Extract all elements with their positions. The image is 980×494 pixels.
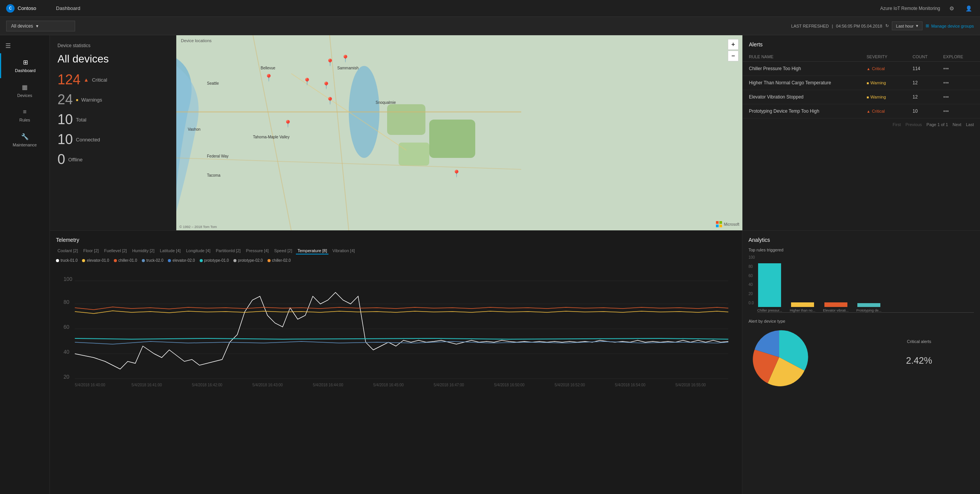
dashboard-icon: ⊞ (23, 59, 28, 66)
map-section-title: Device locations (181, 38, 212, 43)
manage-icon: ⊞ (926, 23, 929, 28)
explore-3[interactable]: ••• (943, 94, 974, 100)
zoom-in-button[interactable]: + (728, 39, 739, 50)
analytics-title: Analytics (749, 237, 974, 243)
device-filter-dropdown[interactable]: All devices ▾ (6, 21, 75, 31)
device-stats-title: Device statistics (57, 43, 168, 48)
tab-temperature[interactable]: Temperature [8] (296, 248, 328, 254)
top-bar-right: Azure IoT Remote Monitoring ⚙ 👤 (880, 3, 974, 14)
app-name: Contoso (18, 5, 36, 11)
previous-page-button[interactable]: Previous (906, 122, 922, 127)
tab-humidity[interactable]: Humidity [2] (131, 248, 156, 254)
sidebar-item-rules[interactable]: ≡ Rules (0, 103, 49, 128)
bar-higher (791, 302, 814, 307)
map-label-bellevue: Bellevue (261, 66, 275, 70)
svg-text:5/4/2018 16:52:00: 5/4/2018 16:52:00 (555, 383, 585, 387)
map-label-sammamish: Sammamish (337, 66, 359, 70)
legend-chiller02: chiller-02.0 (268, 258, 291, 263)
sidebar-item-maintenance[interactable]: 🔧 Maintenance (0, 128, 49, 153)
tab-vibration[interactable]: Vibration [4] (331, 248, 356, 254)
tab-pressure[interactable]: Pressure [4] (245, 248, 270, 254)
bar-label-3: Elevator vibrati... (823, 309, 849, 312)
analytics-panel: Analytics Top rules triggered 0.0 20 40 … (742, 231, 980, 494)
all-devices-label: All devices (57, 53, 168, 65)
logo-icon: C (6, 4, 15, 13)
sidebar-item-dashboard[interactable]: ⊞ Dashboard (0, 53, 49, 78)
pie-section: Alert by device type (749, 319, 858, 388)
telemetry-chart-svg: 100 80 60 40 20 (56, 266, 736, 388)
pie-chart (749, 327, 810, 388)
alert-row: Elevator Vibration Stopped ■ Warning 12 … (743, 90, 980, 104)
tab-partitionid[interactable]: PartitionId [2] (214, 248, 242, 254)
col-rule-name: RULE NAME (749, 54, 867, 59)
map-svg (176, 35, 742, 230)
alert-rule-2: Higher Than Normal Cargo Temperature (749, 80, 867, 85)
sidebar: ☰ ⊞ Dashboard ▦ Devices ≡ Rules 🔧 Mainte… (0, 35, 50, 494)
page-info: Page 1 of 1 (926, 122, 948, 127)
top-section: Device statistics All devices 124 ▲ Crit… (50, 35, 980, 231)
telemetry-title: Telemetry (56, 237, 736, 243)
critical-alerts-label: Critical alerts (907, 339, 931, 344)
svg-text:5/4/2018 16:41:00: 5/4/2018 16:41:00 (131, 383, 162, 387)
hamburger-button[interactable]: ☰ (0, 38, 49, 53)
svg-text:5/4/2018 16:50:00: 5/4/2018 16:50:00 (494, 383, 525, 387)
microsoft-logo: Microsoft (716, 221, 739, 227)
first-page-button[interactable]: First (893, 122, 901, 127)
tab-floor[interactable]: Floor [2] (82, 248, 100, 254)
map-pin-1: 📍 (264, 74, 273, 82)
col-count: COUNT (913, 54, 943, 59)
critical-pct-symbol: % (924, 355, 932, 366)
explore-1[interactable]: ••• (943, 66, 974, 72)
bar-prototyping (857, 303, 880, 307)
zoom-out-button[interactable]: − (728, 51, 739, 61)
next-page-button[interactable]: Next (953, 122, 962, 127)
last-page-button[interactable]: Last (966, 122, 974, 127)
manage-label: Manage device groups (931, 24, 974, 28)
critical-pct-value: 2.42% (906, 347, 932, 368)
legend-truck01: truck-01.0 (56, 258, 77, 263)
svg-text:60: 60 (64, 324, 70, 330)
dropdown-arrow-icon: ▾ (36, 23, 38, 29)
bar-chart: Chiller pressur... Higher than no... Ele… (757, 255, 974, 313)
offline-label: Offline (68, 157, 82, 162)
sidebar-item-devices[interactable]: ▦ Devices (0, 78, 49, 103)
telemetry-tabs: Coolant [2] Floor [2] Fuellevel [2] Humi… (56, 248, 736, 254)
svg-text:40: 40 (64, 349, 70, 355)
tab-latitude[interactable]: Latitude [4] (158, 248, 182, 254)
main-layout: ☰ ⊞ Dashboard ▦ Devices ≡ Rules 🔧 Mainte… (0, 35, 980, 494)
manage-device-groups-button[interactable]: ⊞ Manage device groups (926, 23, 974, 28)
legend-prototype02: prototype-02.0 (233, 258, 263, 263)
telemetry-chart: 100 80 60 40 20 (56, 266, 736, 388)
legend-prototype01: prototype-01.0 (200, 258, 229, 263)
severity-icon-4: ▲ (867, 109, 870, 113)
device-statistics-panel: Device statistics All devices 124 ▲ Crit… (50, 35, 176, 230)
tab-longitude[interactable]: Longitude [4] (184, 248, 212, 254)
sidebar-maintenance-label: Maintenance (13, 143, 37, 147)
severity-icon-2: ■ (867, 81, 869, 85)
tab-coolant[interactable]: Coolant [2] (56, 248, 79, 254)
telemetry-panel: Telemetry Coolant [2] Floor [2] Fuelleve… (50, 231, 742, 494)
tab-speed[interactable]: Speed [2] (272, 248, 294, 254)
settings-button[interactable]: ⚙ (946, 3, 957, 14)
legend-elevator01: elevator-01.0 (82, 258, 109, 263)
device-locations-panel: Device locations (176, 35, 742, 230)
alert-rule-3: Elevator Vibration Stopped (749, 94, 867, 100)
map-pin-blue-3: 📍 (326, 97, 334, 105)
explore-4[interactable]: ••• (943, 108, 974, 114)
svg-text:5/4/2018 16:47:00: 5/4/2018 16:47:00 (434, 383, 465, 387)
tab-fuellevel[interactable]: Fuellevel [2] (103, 248, 128, 254)
time-range-dropdown[interactable]: Last hour ▾ (892, 21, 923, 30)
top-bar: C Contoso Dashboard Azure IoT Remote Mon… (0, 0, 980, 17)
alerts-table-header: RULE NAME SEVERITY COUNT EXPLORE (743, 52, 980, 62)
bar-group-2: Higher than no... (790, 302, 816, 312)
alert-row: Chiller Pressure Too High ▲ Critical 114… (743, 62, 980, 76)
refresh-icon[interactable]: ↻ (885, 23, 889, 28)
bar-chiller (758, 263, 781, 307)
explore-2[interactable]: ••• (943, 80, 974, 86)
bar-label-1: Chiller pressur... (757, 309, 782, 312)
severity-icon-1: ▲ (867, 67, 870, 71)
user-button[interactable]: 👤 (963, 3, 974, 14)
refresh-label: LAST REFRESHED (791, 24, 829, 28)
map-label-vashon: Vashon (188, 127, 200, 131)
map-zoom-controls: + − (728, 39, 739, 61)
